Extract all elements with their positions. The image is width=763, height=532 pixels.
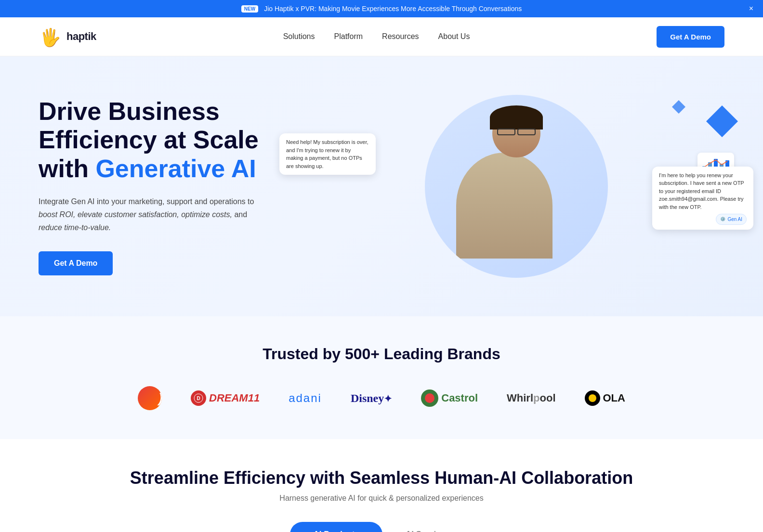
brand-castrol: Castrol [421,389,478,407]
brand-hotstar: ) [138,386,162,410]
banner-message: Jio Haptik x PVR: Making Movie Experienc… [264,5,522,13]
tab-ai-products[interactable]: AI Products [290,522,382,532]
svg-marker-1 [706,105,738,137]
brand-whirlpool: Whirlpool [507,392,555,404]
logo-icon: 🖐️ [39,25,62,48]
dream11-text: DREAM11 [209,392,260,404]
logo-text: haptik [66,30,96,43]
svg-text:🖐️: 🖐️ [39,27,61,48]
castrol-text: Castrol [441,392,478,404]
small-diamond [671,100,686,116]
tab-ai-services[interactable]: AI Services [382,522,473,532]
hero-visual: Need help! My subscription is over, and … [308,95,724,278]
trusted-title: Trusted by 500+ Leading Brands [39,345,724,363]
close-banner-button[interactable]: × [749,4,753,13]
hero-get-demo-button[interactable]: Get A Demo [39,251,113,275]
streamline-subtitle: Harness generative AI for quick & person… [39,494,724,503]
streamline-title: Streamline Efficiency with Seamless Huma… [39,468,724,488]
gen-ai-badge: ⚙️ Gen AI [716,214,747,225]
nav-resources[interactable]: Resources [382,32,419,41]
hero-description: Integrate Gen AI into your marketing, su… [39,195,270,234]
castrol-icon [421,389,438,407]
nav-links: Solutions Platform Resources About Us [283,32,470,41]
hero-section: Drive Business Efficiency at Scale with … [0,56,763,316]
brand-adani: adani [289,391,322,405]
disney-text: Disney✦ [351,392,392,405]
ola-text: OLA [603,392,625,404]
announcement-banner: NEW Jio Haptik x PVR: Making Movie Exper… [0,0,763,17]
ola-icon [585,390,600,406]
brands-list: ) D DREAM11 adani Disney✦ [39,386,724,410]
dream11-icon: D [191,390,206,406]
new-badge: NEW [241,5,258,13]
nav-solutions[interactable]: Solutions [283,32,315,41]
trusted-brands-section: Trusted by 500+ Leading Brands ) D DREAM… [0,316,763,439]
chat-bubble-ai: I'm here to help you renew your subscrip… [652,167,753,230]
chat-bubble-user: Need help! My subscription is over, and … [279,133,376,175]
hero-content: Drive Business Efficiency at Scale with … [39,97,308,276]
svg-marker-2 [672,100,685,114]
brand-disney: Disney✦ [351,392,392,405]
main-nav: 🖐️ haptik Solutions Platform Resources A… [0,17,763,56]
logo[interactable]: 🖐️ haptik [39,25,96,48]
nav-about[interactable]: About Us [438,32,470,41]
diamond-decoration [705,104,739,140]
product-tabs: AI Products AI Services [39,522,724,532]
brand-dream11: D DREAM11 [191,390,260,406]
hero-title: Drive Business Efficiency at Scale with … [39,97,308,183]
streamline-section: Streamline Efficiency with Seamless Huma… [0,439,763,532]
nav-platform[interactable]: Platform [334,32,363,41]
hero-person-image [425,95,608,278]
nav-get-demo-button[interactable]: Get A Demo [657,26,724,48]
brand-ola: OLA [585,390,625,406]
svg-text:D: D [197,396,200,401]
whirlpool-text: Whirlpool [507,392,555,404]
adani-text: adani [289,391,322,405]
